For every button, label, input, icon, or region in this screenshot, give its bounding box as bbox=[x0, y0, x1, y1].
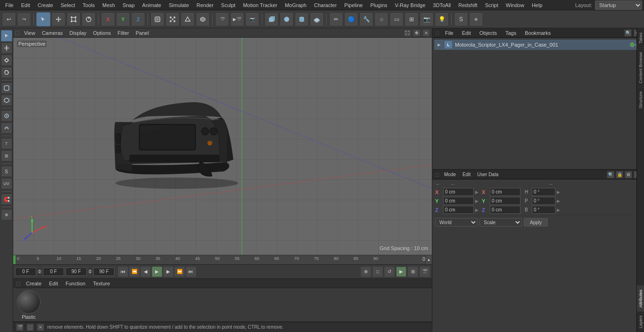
go-to-start-button[interactable]: ⏮ bbox=[118, 267, 128, 277]
sphere-button[interactable] bbox=[280, 12, 294, 26]
left-tool-deformer[interactable] bbox=[1, 122, 12, 134]
motion-record-button[interactable]: ▶ bbox=[396, 267, 406, 277]
axis-y-button[interactable]: Y bbox=[116, 12, 130, 26]
vtab-takes[interactable]: Takes bbox=[637, 28, 644, 48]
start-frame-input[interactable]: 0 F bbox=[15, 267, 36, 276]
add-keyframe-button[interactable]: ⊕ bbox=[361, 267, 371, 277]
render-region-button[interactable]: 🎬 bbox=[215, 12, 229, 26]
mirror-button[interactable]: ▭ bbox=[389, 12, 404, 26]
vp-menu-options[interactable]: Options bbox=[91, 29, 113, 37]
mat-tab-create[interactable]: Create bbox=[24, 280, 43, 287]
menu-item-vray[interactable]: V-Ray Bridge bbox=[392, 1, 429, 9]
menu-item-render[interactable]: Render bbox=[193, 1, 217, 9]
plane-button[interactable] bbox=[310, 12, 324, 26]
grid-tool-button[interactable]: ⊞ bbox=[405, 12, 419, 26]
menu-item-select[interactable]: Select bbox=[58, 1, 79, 9]
render-active-view-button[interactable]: ▶🎬 bbox=[230, 12, 244, 26]
brush-tool-button[interactable]: 🔵 bbox=[344, 12, 358, 26]
menu-item-motion-tracker[interactable]: Motion Tracker bbox=[239, 1, 281, 9]
vp-menu-cameras[interactable]: Cameras bbox=[40, 29, 65, 37]
render-to-picture-button[interactable]: 📷 bbox=[245, 12, 259, 26]
target-button[interactable]: ⊕ bbox=[469, 12, 483, 26]
mat-tab-edit[interactable]: Edit bbox=[47, 280, 60, 287]
vp-maximize-button[interactable]: ⛶ bbox=[404, 29, 411, 37]
status-film-icon[interactable]: 🎬 bbox=[16, 324, 24, 331]
status-x-icon[interactable]: ✕ bbox=[37, 324, 44, 331]
obj-tab-bookmarks[interactable]: Bookmarks bbox=[522, 29, 553, 37]
prev-keyframe-button[interactable]: ⏪ bbox=[129, 267, 140, 277]
left-tool-bottom1[interactable]: ⊕ bbox=[1, 209, 12, 220]
coord-y-arrow[interactable]: ▶ bbox=[475, 199, 479, 203]
current-frame-input[interactable] bbox=[43, 267, 64, 276]
mat-tab-function[interactable]: Function bbox=[64, 280, 87, 287]
coord-x-pos[interactable] bbox=[443, 188, 474, 196]
vp-menu-display[interactable]: Display bbox=[67, 29, 88, 37]
coord-z-size[interactable] bbox=[490, 206, 520, 214]
vp-move-icon[interactable]: ✥ bbox=[413, 29, 421, 37]
cube-button[interactable] bbox=[264, 12, 279, 26]
go-to-end-button[interactable]: ⏭ bbox=[186, 267, 196, 277]
end-frame-input2[interactable] bbox=[93, 267, 115, 276]
menu-item-window[interactable]: Window bbox=[503, 1, 528, 9]
camera-button[interactable]: 📷 bbox=[420, 12, 434, 26]
mat-tab-texture[interactable]: Texture bbox=[91, 280, 112, 287]
menu-item-animate[interactable]: Animate bbox=[139, 1, 165, 9]
material-item-plastic[interactable]: Plastic bbox=[17, 290, 41, 320]
left-tool-group[interactable]: ⊞ bbox=[1, 150, 12, 162]
coord-y-size[interactable] bbox=[490, 197, 520, 205]
object-list-item[interactable]: ▶ L Motorola_Scriptor_LX4_Pager_in_Case_… bbox=[434, 40, 642, 50]
vp-menu-filter[interactable]: Filter bbox=[116, 29, 131, 37]
magnet-tool-button[interactable]: 🔧 bbox=[359, 12, 373, 26]
menu-item-mesh[interactable]: Mesh bbox=[99, 1, 118, 9]
attr-lock-icon[interactable]: 🔒 bbox=[616, 171, 623, 178]
coord-h-val[interactable] bbox=[532, 188, 555, 196]
left-tool-rotate[interactable] bbox=[1, 67, 12, 78]
left-tool-material[interactable]: S bbox=[1, 166, 12, 177]
menu-item-sculpt[interactable]: Sculpt bbox=[218, 1, 239, 9]
coord-b-val[interactable] bbox=[532, 206, 555, 214]
next-keyframe-button[interactable]: ⏩ bbox=[174, 267, 185, 277]
menu-item-help[interactable]: Help bbox=[528, 1, 546, 9]
world-dropdown[interactable]: World Object Camera bbox=[435, 218, 478, 227]
status-box-icon[interactable]: ⬚ bbox=[26, 324, 34, 331]
menu-item-create[interactable]: Create bbox=[34, 1, 57, 9]
points-mode-button[interactable] bbox=[165, 12, 180, 26]
left-tool-magnet[interactable]: 🧲 bbox=[1, 194, 12, 205]
play-button[interactable]: ▶ bbox=[152, 267, 162, 277]
left-tool-scale[interactable] bbox=[1, 55, 12, 66]
vp-menu-view[interactable]: View bbox=[22, 29, 37, 37]
timeline-toggle-button[interactable]: 🎬 bbox=[420, 267, 430, 277]
attr-search-icon[interactable]: 🔍 bbox=[607, 171, 614, 178]
vtab-attributes[interactable]: Attributes bbox=[637, 285, 644, 311]
coord-p-arrow[interactable]: ▶ bbox=[557, 199, 560, 203]
prev-frame-button[interactable]: ◀ bbox=[140, 267, 151, 277]
redo-button[interactable]: ↪ bbox=[17, 12, 31, 26]
left-tool-tag[interactable]: T bbox=[1, 138, 12, 149]
attr-gear-icon[interactable]: ⚙ bbox=[625, 171, 632, 178]
cylinder-button[interactable] bbox=[295, 12, 309, 26]
undo-button[interactable]: ↩ bbox=[2, 12, 16, 26]
timeline-frame-arrow[interactable]: ▲ bbox=[425, 255, 432, 264]
vtab-layers[interactable]: Layers bbox=[637, 311, 644, 332]
menu-item-mograph[interactable]: MoGraph bbox=[281, 1, 310, 9]
obj-tab-objects[interactable]: Objects bbox=[477, 29, 500, 37]
next-frame-button[interactable]: ▶ bbox=[163, 267, 173, 277]
bone-button[interactable]: S bbox=[454, 12, 468, 26]
menu-item-tools[interactable]: Tools bbox=[79, 1, 98, 9]
menu-item-script[interactable]: Script bbox=[482, 1, 502, 9]
end-frame-arrows[interactable] bbox=[88, 269, 92, 274]
viewport-main[interactable]: Perspective bbox=[13, 38, 432, 255]
axis-x-button[interactable]: X bbox=[101, 12, 115, 26]
move-button[interactable] bbox=[51, 12, 66, 26]
obj-tab-tags[interactable]: Tags bbox=[503, 29, 519, 37]
pen-tool-button[interactable]: ✏ bbox=[329, 12, 343, 26]
apply-button[interactable]: Apply bbox=[524, 218, 548, 227]
menu-item-simulate[interactable]: Simulate bbox=[165, 1, 192, 9]
obj-search-icon[interactable]: 🔍 bbox=[624, 29, 632, 37]
vtab-content-browser[interactable]: Content Browser bbox=[637, 48, 644, 87]
coord-h-arrow[interactable]: ▶ bbox=[557, 190, 560, 194]
menu-item-redshift[interactable]: Redshift bbox=[455, 1, 480, 9]
vtab-structure[interactable]: Structure bbox=[637, 87, 644, 113]
menu-item-edit[interactable]: Edit bbox=[18, 1, 33, 9]
scale-button[interactable] bbox=[66, 12, 81, 26]
